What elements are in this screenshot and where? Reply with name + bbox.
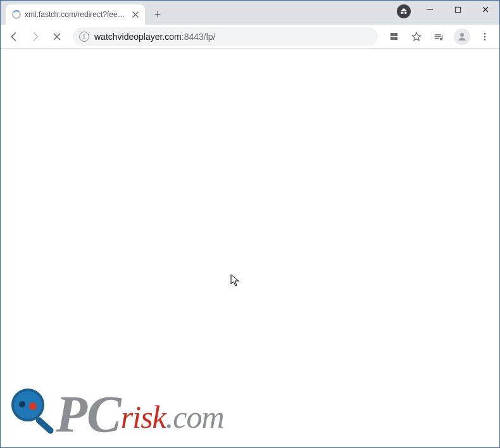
svg-point-4 xyxy=(484,35,486,37)
titlebar: xml.fastdlr.com/redirect?feed=31 + xyxy=(1,1,499,25)
url-port: :8443 xyxy=(182,32,204,42)
avatar-icon xyxy=(454,28,470,45)
brand-p: P xyxy=(56,385,87,443)
maximize-button[interactable] xyxy=(444,1,472,18)
page-viewport: PCrisk.com xyxy=(1,49,499,447)
brand-risk: risk xyxy=(121,399,166,435)
cursor-icon xyxy=(230,274,241,290)
url-text: watchvideoplayer.com:8443/lp/ xyxy=(94,32,215,42)
incognito-icon xyxy=(397,4,411,18)
svg-point-2 xyxy=(460,33,464,37)
back-button[interactable] xyxy=(4,27,23,46)
minimize-button[interactable] xyxy=(416,1,444,18)
stop-reload-button[interactable] xyxy=(47,27,66,46)
svg-point-3 xyxy=(484,33,486,35)
url-path: /lp/ xyxy=(204,32,216,42)
profile-button[interactable] xyxy=(453,27,472,46)
site-info-icon[interactable]: i xyxy=(79,32,89,42)
svg-point-5 xyxy=(484,39,486,40)
tab-active[interactable]: xml.fastdlr.com/redirect?feed=31 xyxy=(6,4,145,25)
address-bar[interactable]: i watchvideoplayer.com:8443/lp/ xyxy=(73,27,378,46)
brand-dotcom: .com xyxy=(166,399,224,435)
qr-icon[interactable] xyxy=(384,27,403,46)
loading-spinner-icon xyxy=(12,10,21,19)
browser-window: xml.fastdlr.com/redirect?feed=31 + xyxy=(0,0,500,448)
tab-close-button[interactable] xyxy=(130,9,140,20)
svg-rect-0 xyxy=(455,7,460,12)
brand-text: PCrisk.com xyxy=(56,389,224,440)
brand-c: C xyxy=(87,385,121,443)
menu-button[interactable] xyxy=(475,27,494,46)
window-controls xyxy=(416,1,499,20)
magnifier-icon xyxy=(9,386,52,443)
media-control-icon[interactable] xyxy=(430,27,449,46)
toolbar: i watchvideoplayer.com:8443/lp/ xyxy=(1,25,499,49)
new-tab-button[interactable]: + xyxy=(149,6,166,23)
forward-button[interactable] xyxy=(26,27,45,46)
window-close-button[interactable] xyxy=(472,1,499,18)
url-host: watchvideoplayer.com xyxy=(94,32,182,42)
bookmark-star-icon[interactable] xyxy=(407,27,426,46)
tab-title: xml.fastdlr.com/redirect?feed=31 xyxy=(25,10,127,19)
watermark-logo: PCrisk.com xyxy=(9,386,224,443)
toolbar-right xyxy=(384,27,496,46)
